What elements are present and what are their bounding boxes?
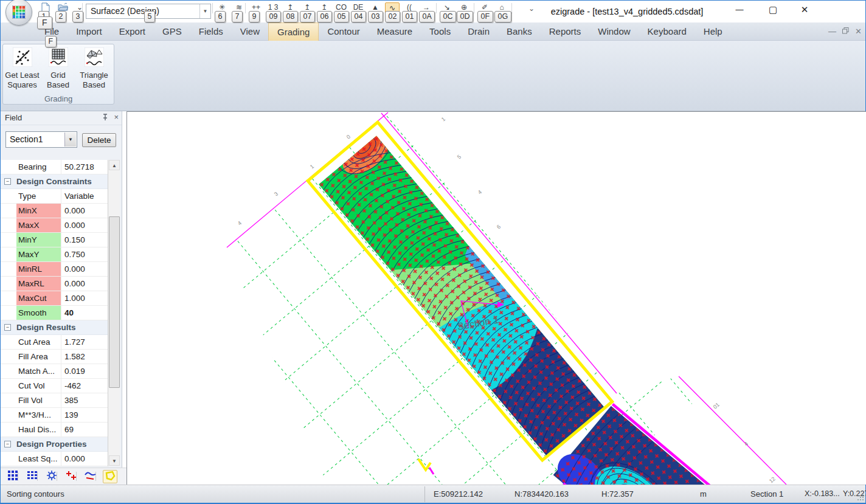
tab-view[interactable]: View (232, 22, 268, 41)
tab-tools[interactable]: Tools (421, 22, 459, 41)
get-least-squares-button[interactable]: Get Least Squares (4, 47, 40, 89)
property-row[interactable]: MinY0.150 (1, 233, 108, 247)
row-indent (1, 247, 16, 261)
property-value[interactable]: 1.000 (61, 291, 108, 305)
tab-drain[interactable]: Drain (459, 22, 498, 41)
property-row[interactable]: Fill Vol385 (1, 393, 108, 408)
scroll-up-icon[interactable]: ▲ (109, 160, 120, 170)
property-row[interactable]: Cut Area1.727 (1, 335, 108, 350)
keytip-6: 6 (215, 11, 226, 22)
scrollbar-thumb[interactable] (109, 216, 120, 388)
app-button[interactable] (5, 0, 32, 26)
collapse-icon[interactable]: − (4, 441, 11, 447)
property-value[interactable]: 1.727 (61, 335, 108, 349)
property-value[interactable]: -462 (61, 379, 108, 393)
tab-banks[interactable]: Banks (498, 22, 541, 41)
property-row[interactable]: Match A...0.019 (1, 364, 108, 379)
close-icon[interactable]: ✕ (791, 1, 818, 20)
tab-gps[interactable]: GPS (154, 22, 190, 41)
property-label: M**3/H... (16, 408, 61, 422)
property-row[interactable]: MaxX0.000 (1, 218, 108, 233)
map-canvas[interactable]: 0134154601412Section 1 (126, 111, 866, 485)
property-label: Fill Vol (16, 393, 61, 407)
property-row[interactable]: TypeVariable (1, 189, 108, 204)
columns-view-icon[interactable] (25, 470, 40, 483)
property-group-row[interactable]: −Design Results (1, 320, 108, 335)
property-value[interactable]: 385 (61, 393, 108, 407)
property-label: Fill Area (16, 350, 61, 364)
boundary-station-label: 5 (456, 154, 462, 161)
property-row[interactable]: MaxCut1.000 (1, 291, 108, 306)
resize-grip[interactable] (857, 494, 864, 501)
minimize-icon[interactable]: — (726, 1, 753, 20)
property-value[interactable]: 0.000 (61, 452, 108, 466)
property-label: Least Sq... (16, 452, 61, 466)
property-value[interactable]: Variable (61, 189, 108, 203)
property-value[interactable]: 0.000 (61, 204, 108, 218)
chevron-down-icon[interactable]: ▼ (64, 133, 76, 147)
grid-view-icon[interactable] (5, 470, 20, 483)
property-value[interactable]: 0.150 (61, 233, 108, 247)
contour-wave-icon[interactable] (83, 470, 98, 483)
keytip-01: 01 (402, 11, 417, 22)
property-grid-scrollbar[interactable]: ▲ ▼ (108, 160, 120, 466)
tab-keyboard[interactable]: Keyboard (639, 22, 695, 41)
property-value[interactable]: 139 (61, 408, 108, 422)
tab-reports[interactable]: Reports (541, 22, 590, 41)
chevron-down-icon[interactable]: ▼ (199, 4, 210, 18)
property-row[interactable]: Cut Vol-462 (1, 379, 108, 393)
tab-grading[interactable]: Grading (268, 22, 319, 41)
property-group-row[interactable]: −Design Properties (1, 437, 108, 452)
boundary-station-label: 4 (237, 220, 243, 227)
property-row[interactable]: Haul Dis...69 (1, 423, 108, 437)
property-value[interactable]: 0.000 (61, 262, 108, 276)
property-value[interactable]: 0.000 (61, 218, 108, 232)
triangle-based-button[interactable]: Triangle Based (76, 47, 112, 89)
status-bar: Sorting contours E:509212.142 N:7834420.… (1, 485, 865, 503)
field-panel-header: Field × (1, 111, 122, 125)
close-icon[interactable]: × (114, 113, 119, 121)
tab-help[interactable]: Help (695, 22, 731, 41)
mdi-minimize-icon[interactable]: — (828, 27, 836, 36)
property-group-row[interactable]: −Design Constraints (1, 174, 108, 189)
tab-contour[interactable]: Contour (319, 22, 368, 41)
scroll-down-icon[interactable]: ▼ (109, 455, 120, 466)
property-value[interactable]: 69 (61, 423, 108, 437)
property-row[interactable]: MaxRL0.000 (1, 277, 108, 291)
collapse-icon[interactable]: − (4, 178, 11, 185)
property-label: MinRL (16, 262, 61, 276)
property-row[interactable]: Smooth40 (1, 306, 108, 320)
tab-measure[interactable]: Measure (369, 22, 421, 41)
property-value[interactable]: 0.019 (61, 364, 108, 378)
property-value[interactable]: 50.2718 (61, 160, 108, 174)
tab-fields[interactable]: Fields (190, 22, 232, 41)
grid-based-grading-button[interactable]: Grid Based (40, 47, 76, 89)
property-value[interactable]: 0.000 (61, 277, 108, 291)
property-row[interactable]: M**3/H...139 (1, 408, 108, 423)
collapse-icon[interactable]: − (4, 324, 11, 331)
tab-import[interactable]: Import (68, 22, 111, 41)
property-value[interactable]: 1.582 (61, 350, 108, 364)
property-row[interactable]: MinX0.000 (1, 204, 108, 218)
tab-window[interactable]: Window (589, 22, 639, 41)
mdi-close-icon[interactable]: ✕ (855, 27, 862, 36)
keytip-0G: 0G (494, 11, 511, 22)
maximize-icon[interactable]: ▢ (760, 1, 786, 20)
settings-sun-icon[interactable] (44, 470, 59, 483)
polygon-select-icon[interactable] (103, 470, 117, 483)
delete-button[interactable]: Delete (82, 133, 116, 147)
property-value[interactable]: 40 (61, 306, 108, 320)
property-row[interactable]: Least Sq...0.000 (1, 452, 108, 466)
app-logo-icon (12, 5, 26, 19)
section-combo[interactable]: Section1 ▼ (5, 131, 77, 148)
property-row[interactable]: MaxY0.750 (1, 247, 108, 262)
mdi-restore-icon[interactable] (842, 27, 849, 36)
property-row[interactable]: Bearing50.2718 (1, 160, 108, 174)
property-row[interactable]: MinRL0.000 (1, 262, 108, 277)
tab-export[interactable]: Export (111, 22, 154, 41)
pin-icon[interactable] (102, 113, 109, 121)
add-points-icon[interactable] (64, 470, 78, 483)
property-row[interactable]: Fill Area1.582 (1, 350, 108, 364)
menu-bar: FileImportExportGPSFieldsViewGradingCont… (1, 22, 865, 41)
property-value[interactable]: 0.750 (61, 247, 108, 261)
